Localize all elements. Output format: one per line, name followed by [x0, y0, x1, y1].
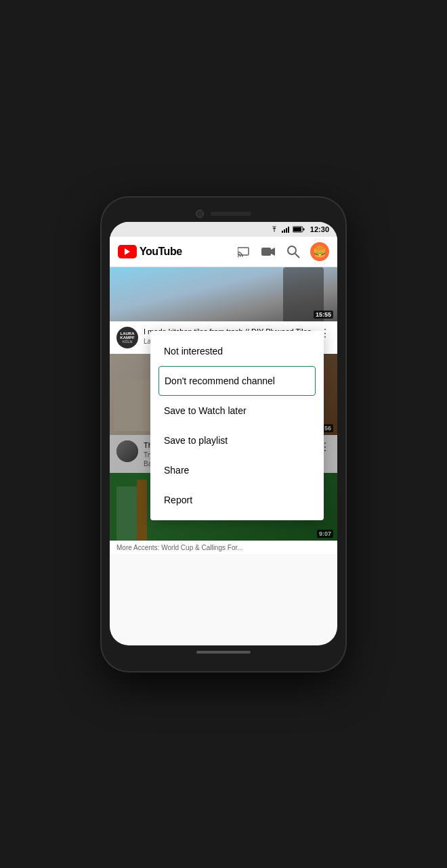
svg-line-11 — [295, 254, 299, 258]
svg-point-10 — [288, 246, 296, 254]
video1-thumbnail[interactable]: 15:55 — [110, 267, 337, 321]
record-icon[interactable] — [261, 244, 276, 259]
save-watch-later-option[interactable]: Save to Watch later — [150, 396, 324, 426]
speaker-grille — [211, 212, 251, 216]
bottom-strip-text: More Accents: World Cup & Callings For..… — [110, 541, 337, 554]
phone-top-bar — [110, 206, 337, 222]
svg-point-8 — [238, 256, 239, 257]
youtube-logo-icon — [118, 245, 137, 258]
svg-rect-6 — [293, 227, 301, 231]
svg-rect-3 — [288, 227, 289, 233]
phone-screen: 12:30 YouTube — [110, 222, 337, 645]
cast-icon[interactable] — [237, 244, 252, 259]
front-camera — [196, 210, 204, 218]
youtube-logo-text: YouTube — [140, 246, 182, 258]
context-menu: Not interested Don't recommend channel S… — [150, 331, 324, 520]
svg-rect-9 — [261, 248, 271, 256]
status-time: 12:30 — [310, 225, 329, 233]
svg-rect-2 — [286, 228, 287, 233]
phone-frame: 12:30 YouTube — [102, 198, 345, 671]
report-option[interactable]: Report — [150, 485, 324, 515]
video2-section: 0:56 These Trying BakeMi ⋮ — [110, 354, 337, 541]
svg-rect-5 — [303, 228, 304, 230]
dont-recommend-channel-option[interactable]: Don't recommend channel — [158, 366, 316, 396]
user-avatar[interactable]: 🍔 — [310, 242, 329, 261]
battery-icon — [293, 226, 305, 233]
status-bar: 12:30 — [110, 222, 337, 237]
save-playlist-option[interactable]: Save to playlist — [150, 426, 324, 455]
home-indicator[interactable] — [196, 651, 251, 654]
svg-rect-0 — [282, 231, 283, 233]
svg-rect-1 — [284, 229, 285, 233]
status-icons: 12:30 — [270, 225, 329, 233]
header-icons: 🍔 — [237, 242, 329, 261]
not-interested-option[interactable]: Not interested — [150, 336, 324, 366]
youtube-header: YouTube — [110, 237, 337, 267]
share-option[interactable]: Share — [150, 455, 324, 485]
video1-duration: 15:55 — [314, 311, 333, 319]
youtube-logo: YouTube — [118, 245, 182, 258]
phone-bottom-bar — [110, 645, 337, 659]
content-area: 15:55 LAURA KAMPF KÖLN I made kitchen ti… — [110, 267, 337, 554]
wifi-icon — [270, 226, 279, 233]
search-icon[interactable] — [286, 244, 301, 259]
signal-icon — [282, 226, 290, 233]
channel1-avatar[interactable]: LAURA KAMPF KÖLN — [116, 327, 138, 348]
svg-rect-7 — [238, 248, 249, 255]
